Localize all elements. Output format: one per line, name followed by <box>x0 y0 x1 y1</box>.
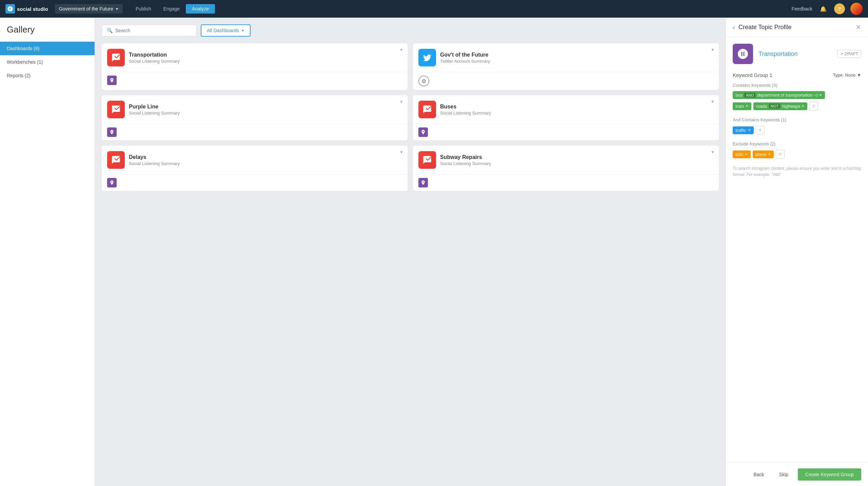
card-title: Buses <box>440 104 491 110</box>
card-info: Delays Social Listening Summary <box>129 154 180 166</box>
draft-badge: ↗ DRAFT <box>837 50 861 58</box>
card-dropdown-icon[interactable]: ▼ <box>399 150 403 155</box>
back-button[interactable]: Back <box>748 469 769 480</box>
keyword-tag-traffic: traffic ✕ <box>733 126 754 134</box>
type-chevron-icon: ▼ <box>857 73 861 78</box>
top-navigation: social studio Government of the Future ▼… <box>0 0 868 18</box>
card-transportation[interactable]: Transportation Social Listening Summary … <box>102 43 408 90</box>
nav-right: Feedback 🔔 ? <box>792 3 863 15</box>
user-avatar[interactable] <box>850 3 863 15</box>
panel-body: Transportation ↗ DRAFT Keyword Group 1 T… <box>726 37 868 463</box>
search-input[interactable] <box>115 28 192 33</box>
card-title: Purple Line <box>129 104 180 110</box>
tag-close-roads-icon[interactable]: ✕ <box>801 104 805 108</box>
tag-text-roads: roads <box>756 104 767 109</box>
card-subtitle: Social Listening Summary <box>440 110 491 116</box>
footer-gov-icon: ⚙ <box>418 76 429 86</box>
sidebar-item-reports[interactable]: Reports (2) <box>0 69 95 82</box>
panel-header: ‹ Create Topic Profile ✕ <box>726 18 868 37</box>
add-contains-keyword-button[interactable]: + <box>809 102 818 110</box>
workspace-selector[interactable]: Government of the Future ▼ <box>55 4 123 14</box>
panel-back-icon[interactable]: ‹ <box>733 23 735 31</box>
keyword-tag-plane: plane ✕ <box>753 150 774 158</box>
and-contains-tags: traffic ✕ + <box>733 126 861 135</box>
gallery-content: 🔍 All Dashboards ▼ Transportation Social… <box>95 18 726 486</box>
card-header: Delays Social Listening Summary ▼ <box>102 146 408 174</box>
card-dropdown-icon[interactable]: ▼ <box>711 150 715 155</box>
card-dropdown-icon[interactable]: ▼ <box>399 99 403 104</box>
card-subtitle: Social Listening Summary <box>129 161 180 166</box>
card-subtitle: Social Listening Summary <box>129 59 180 64</box>
filter-chevron-icon: ▼ <box>241 29 244 33</box>
type-dropdown[interactable]: Type: None ▼ <box>833 73 861 78</box>
tag-close-plane-icon[interactable]: ✕ <box>768 152 771 157</box>
card-footer: ⚙ <box>413 72 719 90</box>
contains-keywords-label: Contains Keywords (3) <box>733 83 861 88</box>
keyword-group-header: Keyword Group 1 Type: None ▼ <box>733 72 861 78</box>
nav-engage[interactable]: Engage <box>157 4 186 14</box>
card-dropdown-icon[interactable]: ▼ <box>399 47 403 52</box>
card-footer <box>102 72 408 88</box>
contains-keywords-tags: bus AND department of transportation ~0 … <box>733 91 861 99</box>
add-exclude-keyword-button[interactable]: + <box>776 150 785 159</box>
avatar-image <box>850 3 863 15</box>
keyword-tag-train: train ✕ <box>733 102 751 110</box>
card-dropdown-icon[interactable]: ▼ <box>711 99 715 104</box>
sidebar-item-dashboards[interactable]: Dashboards (8) <box>0 42 95 55</box>
tag-close-icon[interactable]: ✕ <box>819 93 822 98</box>
card-subtitle: Twitter Account Summary <box>440 59 490 64</box>
card-icon-transportation <box>107 49 125 66</box>
nav-analyze[interactable]: Analyze <box>186 4 215 14</box>
type-label: Type: None <box>833 73 856 78</box>
card-footer <box>413 174 719 191</box>
create-keyword-group-button[interactable]: Create Keyword Group <box>798 468 861 481</box>
card-footer <box>413 124 719 140</box>
search-box[interactable]: 🔍 <box>102 25 197 36</box>
card-purple-line[interactable]: Purple Line Social Listening Summary ▼ <box>102 95 408 140</box>
card-header: Subway Repairs Social Listening Summary … <box>413 146 719 174</box>
help-icon[interactable]: ? <box>834 3 845 14</box>
card-info: Transportation Social Listening Summary <box>129 52 180 64</box>
card-footer <box>102 124 408 140</box>
card-subway-repairs[interactable]: Subway Repairs Social Listening Summary … <box>413 146 719 191</box>
card-icon-buses <box>418 101 436 118</box>
filter-dropdown-button[interactable]: All Dashboards ▼ <box>201 24 251 37</box>
gallery-toolbar: 🔍 All Dashboards ▼ <box>102 24 719 37</box>
main-container: Gallery Dashboards (8) Workbenches (1) R… <box>0 18 868 486</box>
keyword-group-label: Keyword Group 1 <box>733 72 772 78</box>
create-topic-panel: ‹ Create Topic Profile ✕ Transportation … <box>726 18 868 486</box>
footer-topic-icon <box>107 76 117 85</box>
card-dropdown-icon[interactable]: ▼ <box>711 47 715 52</box>
keyword-tag-tolls: tolls ✕ <box>733 150 751 158</box>
card-delays[interactable]: Delays Social Listening Summary ▼ <box>102 146 408 191</box>
nav-publish[interactable]: Publish <box>130 4 157 14</box>
brand-logo: social studio <box>5 4 48 14</box>
card-buses[interactable]: Buses Social Listening Summary ▼ <box>413 95 719 140</box>
keyword-tag-bus: bus AND department of transportation ~0 … <box>733 91 825 99</box>
sidebar-item-workbenches[interactable]: Workbenches (1) <box>0 55 95 69</box>
tag-text-traffic: traffic <box>735 128 746 133</box>
exclude-keywords-tags: tolls ✕ plane ✕ + <box>733 150 861 159</box>
feedback-button[interactable]: Feedback <box>792 6 812 12</box>
footer-topic-icon <box>418 178 428 187</box>
panel-footer: Back Skip Create Keyword Group <box>726 463 868 486</box>
tag-text-highways: highways <box>782 104 800 109</box>
tag-close-train-icon[interactable]: ✕ <box>745 104 749 108</box>
skip-button[interactable]: Skip <box>774 469 794 480</box>
card-subtitle: Social Listening Summary <box>440 161 491 166</box>
tag-close-tolls-icon[interactable]: ✕ <box>745 152 748 157</box>
card-title: Transportation <box>129 52 180 58</box>
tag-close-traffic-icon[interactable]: ✕ <box>748 128 751 133</box>
card-info: Gov't of the Future Twitter Account Summ… <box>440 52 490 64</box>
contains-keywords-section: Contains Keywords (3) bus AND department… <box>733 83 861 110</box>
exclude-keywords-section: Exclude Keywords (2) tolls ✕ plane ✕ + <box>733 141 861 159</box>
card-header: Transportation Social Listening Summary … <box>102 43 408 72</box>
add-and-keyword-button[interactable]: + <box>756 126 765 135</box>
card-footer <box>102 174 408 191</box>
notifications-icon[interactable]: 🔔 <box>818 3 829 14</box>
card-gov-future[interactable]: Gov't of the Future Twitter Account Summ… <box>413 43 719 90</box>
contains-keywords-row2: train ✕ roads NOT highways ✕ + <box>733 102 861 110</box>
panel-close-button[interactable]: ✕ <box>855 23 861 31</box>
footer-topic-icon <box>107 178 117 187</box>
card-icon-purple-line <box>107 101 125 118</box>
